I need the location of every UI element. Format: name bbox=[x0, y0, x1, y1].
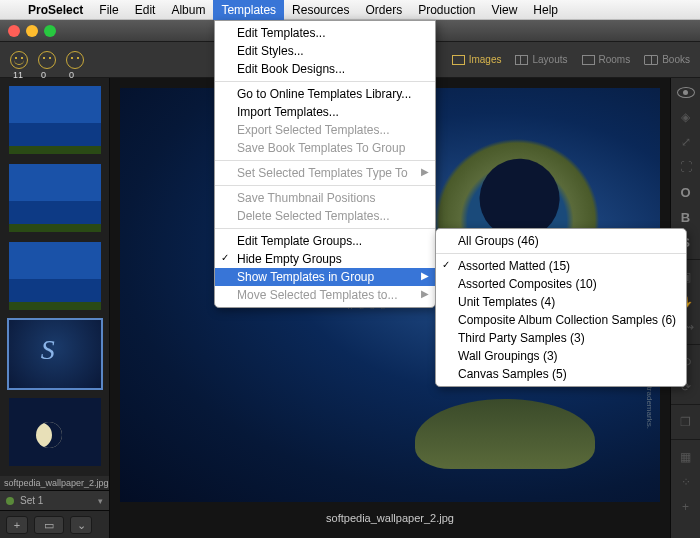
menu-item[interactable]: Edit Template Groups... bbox=[215, 232, 435, 250]
menu-separator bbox=[436, 253, 686, 254]
thumbnail-5[interactable] bbox=[9, 398, 101, 466]
menu-item: Export Selected Templates... bbox=[215, 121, 435, 139]
view-tabs: Images Layouts Rooms Books bbox=[452, 54, 700, 65]
thumbnail-4[interactable] bbox=[9, 320, 101, 388]
expand-icon[interactable]: ⤢ bbox=[677, 134, 695, 150]
add-button[interactable]: + bbox=[6, 516, 28, 534]
macos-menubar: ProSelect File Edit Album Templates Reso… bbox=[0, 0, 700, 20]
submenu-arrow-icon: ▶ bbox=[421, 288, 429, 299]
submenu-item[interactable]: Assorted Matted (15)✓ bbox=[436, 257, 686, 275]
menu-item[interactable]: Go to Online Templates Library... bbox=[215, 85, 435, 103]
menu-orders[interactable]: Orders bbox=[357, 0, 410, 20]
menu-item: Set Selected Templates Type To▶ bbox=[215, 164, 435, 182]
menu-item[interactable]: Edit Styles... bbox=[215, 42, 435, 60]
submenu-item[interactable]: Third Party Samples (3) bbox=[436, 329, 686, 347]
tab-images[interactable]: Images bbox=[452, 54, 502, 65]
face-neutral[interactable]: 0 bbox=[38, 51, 56, 69]
menu-album[interactable]: Album bbox=[163, 0, 213, 20]
tab-layouts[interactable]: Layouts bbox=[515, 54, 567, 65]
tool-button-b[interactable]: ▭ bbox=[34, 516, 64, 534]
check-icon: ✓ bbox=[442, 259, 450, 270]
tab-rooms[interactable]: Rooms bbox=[582, 54, 631, 65]
menu-item: Delete Selected Templates... bbox=[215, 207, 435, 225]
sidebar-bottom-tools: + ▭ ⌄ bbox=[0, 510, 109, 538]
window-zoom-button[interactable] bbox=[44, 25, 56, 37]
menu-item: Move Selected Templates to...▶ bbox=[215, 286, 435, 304]
menu-item[interactable]: Edit Book Designs... bbox=[215, 60, 435, 78]
layouts-icon bbox=[515, 55, 528, 65]
menu-item[interactable]: Show Templates in Group▶ bbox=[215, 268, 435, 286]
window-close-button[interactable] bbox=[8, 25, 20, 37]
tab-rooms-label: Rooms bbox=[599, 54, 631, 65]
menu-item: Save Thumbnail Positions bbox=[215, 189, 435, 207]
check-icon: ✓ bbox=[221, 252, 229, 263]
tab-images-label: Images bbox=[469, 54, 502, 65]
rating-faces: 11 0 0 bbox=[0, 51, 84, 69]
plus-icon[interactable]: + bbox=[677, 499, 695, 515]
dots-icon[interactable]: ⁘ bbox=[677, 474, 695, 490]
menu-edit[interactable]: Edit bbox=[127, 0, 164, 20]
canvas-filename: softpedia_wallpaper_2.jpg bbox=[110, 512, 670, 524]
menu-view[interactable]: View bbox=[484, 0, 526, 20]
sidebar: softpedia_wallpaper_2.jpg Set 1 ▾ + ▭ ⌄ bbox=[0, 78, 110, 538]
grid-icon[interactable]: ▦ bbox=[677, 449, 695, 465]
rooms-icon bbox=[582, 55, 595, 65]
tool-b[interactable]: B bbox=[677, 209, 695, 225]
face-happy[interactable]: 11 bbox=[10, 51, 28, 69]
set-label: Set 1 bbox=[20, 495, 43, 506]
submenu-item[interactable]: Assorted Composites (10) bbox=[436, 275, 686, 293]
submenu-item[interactable]: Canvas Samples (5) bbox=[436, 365, 686, 383]
thumbnail-1[interactable] bbox=[9, 86, 101, 154]
corners-icon[interactable]: ⛶ bbox=[677, 159, 695, 175]
app-name[interactable]: ProSelect bbox=[20, 3, 91, 17]
set-color-dot bbox=[6, 497, 14, 505]
menu-item[interactable]: Edit Templates... bbox=[215, 24, 435, 42]
images-icon bbox=[452, 55, 465, 65]
menu-item: Save Book Templates To Group bbox=[215, 139, 435, 157]
separator bbox=[671, 439, 700, 440]
face-sad[interactable]: 0 bbox=[66, 51, 84, 69]
tag-icon[interactable]: ◈ bbox=[677, 109, 695, 125]
thumbnail-list bbox=[0, 78, 109, 476]
submenu-item[interactable]: Unit Templates (4) bbox=[436, 293, 686, 311]
menu-separator bbox=[215, 81, 435, 82]
thumbnail-3[interactable] bbox=[9, 242, 101, 310]
layers-icon[interactable]: ❐ bbox=[677, 414, 695, 430]
templates-dropdown: Edit Templates...Edit Styles...Edit Book… bbox=[214, 20, 436, 308]
thumbnail-2[interactable] bbox=[9, 164, 101, 232]
templates-groups-submenu: All Groups (46)Assorted Matted (15)✓Asso… bbox=[435, 228, 687, 387]
menu-help[interactable]: Help bbox=[525, 0, 566, 20]
menu-file[interactable]: File bbox=[91, 0, 126, 20]
tool-button-c[interactable]: ⌄ bbox=[70, 516, 92, 534]
menu-templates[interactable]: Templates bbox=[213, 0, 284, 20]
separator bbox=[671, 404, 700, 405]
eye-icon[interactable] bbox=[677, 84, 695, 100]
tab-layouts-label: Layouts bbox=[532, 54, 567, 65]
menu-separator bbox=[215, 160, 435, 161]
submenu-item[interactable]: Wall Groupings (3) bbox=[436, 347, 686, 365]
tab-books-label: Books bbox=[662, 54, 690, 65]
menu-item[interactable]: Hide Empty Groups✓ bbox=[215, 250, 435, 268]
menu-item[interactable]: Import Templates... bbox=[215, 103, 435, 121]
submenu-item[interactable]: Composite Album Collection Samples (6) bbox=[436, 311, 686, 329]
books-icon bbox=[644, 55, 658, 65]
thumbnail-filename: softpedia_wallpaper_2.jpg bbox=[0, 476, 109, 490]
tool-o[interactable]: O bbox=[677, 184, 695, 200]
submenu-arrow-icon: ▶ bbox=[421, 270, 429, 281]
submenu-arrow-icon: ▶ bbox=[421, 166, 429, 177]
window-minimize-button[interactable] bbox=[26, 25, 38, 37]
menu-separator bbox=[215, 228, 435, 229]
menu-separator bbox=[215, 185, 435, 186]
menu-production[interactable]: Production bbox=[410, 0, 483, 20]
set-selector[interactable]: Set 1 ▾ bbox=[0, 490, 109, 510]
tab-books[interactable]: Books bbox=[644, 54, 690, 65]
menu-resources[interactable]: Resources bbox=[284, 0, 357, 20]
chevron-down-icon: ▾ bbox=[98, 496, 103, 506]
submenu-item[interactable]: All Groups (46) bbox=[436, 232, 686, 250]
